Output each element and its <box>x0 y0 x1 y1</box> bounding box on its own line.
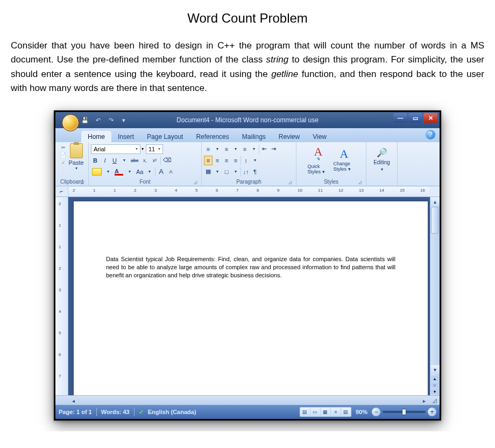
clear-formatting-button[interactable]: ⌫ <box>162 156 173 165</box>
clipboard-dialog-launcher-icon[interactable]: ◿ <box>80 180 85 185</box>
tab-review[interactable]: Review <box>272 131 306 142</box>
zoom-slider[interactable] <box>383 411 426 413</box>
redo-icon[interactable]: ↷ <box>106 115 116 125</box>
tab-view[interactable]: View <box>306 131 333 142</box>
web-layout-view-icon[interactable]: ▦ <box>321 408 330 416</box>
grow-font-button[interactable]: A <box>157 167 165 177</box>
ribbon: ✂ 📄 ✓ Paste ▾ Clipboard ◿ <box>55 142 440 186</box>
decrease-indent-button[interactable]: ⇤ <box>260 144 268 154</box>
tab-insert[interactable]: Insert <box>111 131 140 142</box>
tab-references[interactable]: References <box>189 131 235 142</box>
paragraph-dialog-launcher-icon[interactable]: ◿ <box>287 180 293 185</box>
status-word-count[interactable]: Words: 43 <box>101 409 130 415</box>
document-text[interactable]: Data Scientist typical Job Requirements:… <box>106 255 395 279</box>
superscript-button[interactable]: x² <box>151 156 159 165</box>
close-button[interactable]: ✕ <box>423 113 437 123</box>
tab-home[interactable]: Home <box>81 131 111 142</box>
font-size-combo[interactable]: 11▾ <box>146 144 163 154</box>
find-icon[interactable]: 🔎 <box>377 148 387 158</box>
prompt-em-string: string <box>266 54 289 65</box>
horizontal-ruler[interactable]: 2112345678910111213141516 <box>68 187 429 197</box>
outline-view-icon[interactable]: ≡ <box>331 408 341 416</box>
scroll-left-icon[interactable]: ◂ <box>68 396 78 405</box>
help-icon[interactable]: ? <box>426 130 435 139</box>
zoom-percent[interactable]: 90% <box>356 409 367 415</box>
align-right-button[interactable]: ≡ <box>222 156 231 165</box>
font-group-label: Font ◿ <box>91 179 199 186</box>
cut-icon[interactable]: ✂ <box>60 144 67 151</box>
highlight-button[interactable] <box>91 167 103 177</box>
sort-button[interactable]: ↓↑ <box>242 167 250 177</box>
office-button[interactable] <box>62 114 79 131</box>
qat-more-icon[interactable]: ▾ <box>119 115 129 125</box>
prev-page-icon[interactable]: ▴ <box>431 376 439 381</box>
tab-selector[interactable]: ⌐ <box>55 186 68 197</box>
titlebar: 💾 ↶ ↷ ▾ Document4 - Microsoft Word non-c… <box>55 112 440 128</box>
align-left-button[interactable]: ≡ <box>204 156 213 165</box>
borders-button[interactable]: □ <box>222 167 231 177</box>
paragraph-group-label: Paragraph ◿ <box>204 179 294 186</box>
subscript-button[interactable]: x, <box>141 156 150 165</box>
italic-button[interactable]: I <box>101 156 109 165</box>
vertical-ruler[interactable]: 211234567 <box>55 197 68 395</box>
strikethrough-button[interactable]: abc <box>130 156 140 165</box>
ribbon-group-paragraph: ≡▾ ≡▾ ≡▾ ⇤ ⇥ ≡ ≡ ≡ ≡ ↕▾ <box>202 142 296 186</box>
format-painter-icon[interactable]: ✓ <box>60 159 67 166</box>
scroll-down-icon[interactable]: ▾ <box>430 365 440 374</box>
shrink-font-button[interactable]: A <box>166 167 175 177</box>
numbering-button[interactable]: ≡ <box>222 144 231 154</box>
paste-button[interactable]: Paste ▾ <box>68 143 84 171</box>
problem-prompt: Consider that you have been hired to des… <box>11 39 484 95</box>
browse-object-icon[interactable]: ○ <box>431 382 439 388</box>
shading-button[interactable]: ▦ <box>204 167 213 177</box>
multilevel-list-button[interactable]: ≡ <box>241 144 249 154</box>
show-marks-button[interactable]: ¶ <box>251 167 259 177</box>
document-page[interactable]: Data Scientist typical Job Requirements:… <box>74 201 428 396</box>
quick-access-toolbar: 💾 ↶ ↷ ▾ <box>80 115 129 125</box>
vertical-scrollbar[interactable]: ▴ ▾ ▴ ○ ▾ <box>430 197 440 395</box>
bullets-button[interactable]: ≡ <box>204 144 213 154</box>
word-window: 💾 ↶ ↷ ▾ Document4 - Microsoft Word non-c… <box>54 110 441 421</box>
maximize-button[interactable]: ▭ <box>408 113 422 123</box>
fullscreen-reading-view-icon[interactable]: ▭ <box>310 408 320 416</box>
change-styles-button[interactable]: A Change Styles ▾ <box>334 147 355 172</box>
draft-view-icon[interactable]: ▤ <box>341 408 351 416</box>
print-layout-view-icon[interactable]: ▤ <box>300 408 310 416</box>
bold-button[interactable]: B <box>91 156 100 165</box>
zoom-in-button[interactable]: + <box>428 408 436 416</box>
resize-grip-icon[interactable]: ◿ <box>430 395 440 405</box>
horizontal-ruler-row: ⌐ 2112345678910111213141516 <box>55 186 440 197</box>
change-case-button[interactable]: Aa <box>135 167 144 177</box>
window-controls: — ▭ ✕ <box>393 113 437 123</box>
status-language[interactable]: English (Canada) <box>148 409 196 415</box>
styles-group-label: Styles ◿ <box>299 179 364 186</box>
tab-page-layout[interactable]: Page Layout <box>140 131 189 142</box>
scroll-up-icon[interactable]: ▴ <box>430 197 440 206</box>
styles-dialog-launcher-icon[interactable]: ◿ <box>357 180 363 185</box>
underline-button[interactable]: U <box>110 156 119 165</box>
scroll-thumb[interactable] <box>431 207 439 234</box>
horizontal-scrollbar[interactable]: ◂ ▸ ◿ <box>55 395 440 405</box>
tab-mailings[interactable]: Mailings <box>236 131 272 142</box>
font-dialog-launcher-icon[interactable]: ◿ <box>193 180 198 185</box>
view-buttons: ▤ ▭ ▦ ≡ ▤ <box>300 407 351 417</box>
scroll-right-icon[interactable]: ▸ <box>419 396 429 405</box>
minimize-button[interactable]: — <box>393 113 407 123</box>
ribbon-group-font: Arial▾ ▾ 11▾ B I U ▾ abc x, x <box>89 142 202 186</box>
font-name-combo[interactable]: Arial▾ <box>91 144 140 154</box>
document-area: 211234567 Data Scientist typical Job Req… <box>55 197 440 395</box>
justify-button[interactable]: ≡ <box>231 156 240 165</box>
copy-icon[interactable]: 📄 <box>60 152 67 158</box>
font-color-button[interactable]: A <box>114 167 124 177</box>
next-page-icon[interactable]: ▾ <box>431 389 439 394</box>
quick-styles-button[interactable]: A✎ Quick Styles ▾ <box>308 145 329 174</box>
save-icon[interactable]: 💾 <box>80 115 90 125</box>
align-center-button[interactable]: ≡ <box>213 156 222 165</box>
status-bar: Page: 1 of 1 Words: 43 ✓ English (Canada… <box>55 405 440 419</box>
increase-indent-button[interactable]: ⇥ <box>269 144 278 154</box>
status-page[interactable]: Page: 1 of 1 <box>59 409 92 415</box>
zoom-out-button[interactable]: − <box>372 408 380 416</box>
undo-icon[interactable]: ↶ <box>93 115 103 125</box>
line-spacing-button[interactable]: ↕ <box>242 156 250 165</box>
spellcheck-icon[interactable]: ✓ <box>139 409 144 416</box>
